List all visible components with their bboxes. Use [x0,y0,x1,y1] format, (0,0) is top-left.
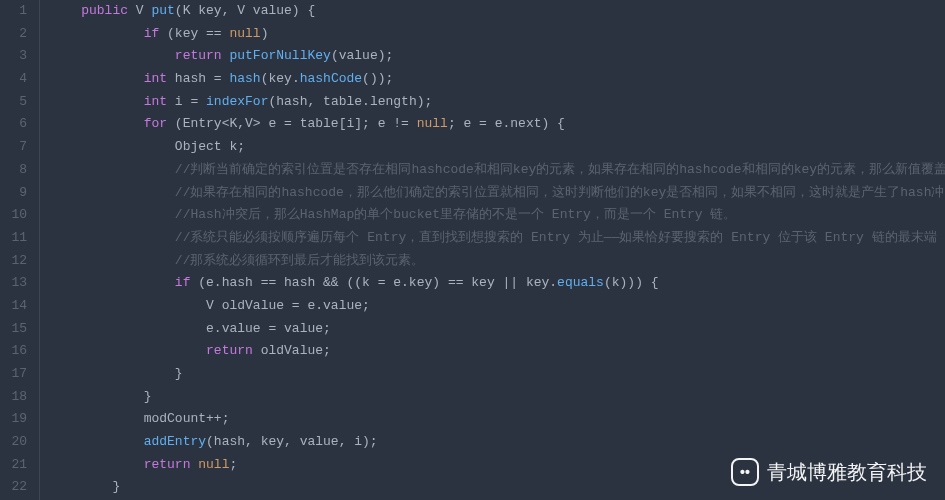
code-line: Object k; [50,136,945,159]
token-punct: (value); [331,48,393,63]
line-number: 17 [0,363,27,386]
token-punct: (hash, key, value, i); [206,434,378,449]
token-punct: (k))) { [604,275,659,290]
code-line: for (Entry<K,V> e = table[i]; e != null;… [50,113,945,136]
token-method: hash [229,71,260,86]
token-ident: modCount++; [144,411,230,426]
code-line: modCount++; [50,408,945,431]
token-method: hashCode [300,71,362,86]
line-number: 9 [0,182,27,205]
code-line: //那系统必须循环到最后才能找到该元素。 [50,250,945,273]
line-number: 7 [0,136,27,159]
code-line: int hash = hash(key.hashCode()); [50,68,945,91]
code-line: return putForNullKey(value); [50,45,945,68]
code-line: //判断当前确定的索引位置是否存在相同hashcode和相同key的元素，如果存… [50,159,945,182]
token-kw: if [175,275,191,290]
line-number: 3 [0,45,27,68]
token-ident: e.value = value; [206,321,331,336]
line-number: 11 [0,227,27,250]
line-number: 4 [0,68,27,91]
line-number: 8 [0,159,27,182]
line-number-gutter: 12345678910111213141516171819202122 [0,0,40,500]
line-number: 16 [0,340,27,363]
token-comment: //判断当前确定的索引位置是否存在相同hashcode和相同key的元素，如果存… [175,162,945,177]
token-ident: V oldValue = e.value; [206,298,370,313]
token-punct: (key. [261,71,300,86]
token-punct: ; e = e.next) { [448,116,565,131]
code-line: V oldValue = e.value; [50,295,945,318]
token-comment: //Hash冲突后，那么HashMap的单个bucket里存储的不是一个 Ent… [175,207,737,222]
token-punct: ) [261,26,269,41]
token-kw: return [206,343,253,358]
token-method: putForNullKey [229,48,330,63]
line-number: 12 [0,250,27,273]
watermark-text: 青城博雅教育科技 [767,461,927,484]
line-number: 20 [0,431,27,454]
line-number: 15 [0,318,27,341]
code-line: if (e.hash == hash && ((k = e.key) == ke… [50,272,945,295]
token-punct: (key == [159,26,229,41]
token-kw: public [81,3,128,18]
line-number: 5 [0,91,27,114]
token-punct: (e.hash == hash && ((k = e.key) == key |… [190,275,557,290]
line-number: 10 [0,204,27,227]
code-editor: 12345678910111213141516171819202122 publ… [0,0,945,500]
line-number: 22 [0,476,27,499]
line-number: 21 [0,454,27,477]
token-null: null [229,26,260,41]
code-line: //系统只能必须按顺序遍历每个 Entry，直到找到想搜索的 Entry 为止—… [50,227,945,250]
code-area: public V put(K key, V value) { if (key =… [40,0,945,500]
token-null: null [417,116,448,131]
code-line: //Hash冲突后，那么HashMap的单个bucket里存储的不是一个 Ent… [50,204,945,227]
token-method: addEntry [144,434,206,449]
token-punct: i = [167,94,206,109]
token-ident: Object k; [175,139,245,154]
line-number: 18 [0,386,27,409]
code-line: //如果存在相同的hashcode，那么他们确定的索引位置就相同，这时判断他们的… [50,182,945,205]
code-line: if (key == null) [50,23,945,46]
token-kw: return [175,48,222,63]
wechat-icon: •• [731,458,759,486]
token-punct: hash = [167,71,229,86]
code-line: int i = indexFor(hash, table.length); [50,91,945,114]
token-type: int [144,71,167,86]
line-number: 19 [0,408,27,431]
token-punct: ; [229,457,237,472]
line-number: 14 [0,295,27,318]
token-punct: (hash, table.length); [268,94,432,109]
token-punct: ()); [362,71,393,86]
token-type: int [144,94,167,109]
line-number: 1 [0,0,27,23]
token-method: put [151,3,174,18]
token-ident: oldValue; [253,343,331,358]
code-line: } [50,386,945,409]
token-punct: } [144,389,152,404]
token-punct: (Entry<K,V> e = table[i]; e != [167,116,417,131]
token-punct: } [175,366,183,381]
token-kw: return [144,457,191,472]
token-punct: (K key, V value) { [175,3,315,18]
line-number: 13 [0,272,27,295]
code-line: e.value = value; [50,318,945,341]
line-number: 6 [0,113,27,136]
code-line: addEntry(hash, key, value, i); [50,431,945,454]
watermark: •• 青城博雅教育科技 [731,458,927,486]
token-ident: V [128,3,151,18]
token-null: null [198,457,229,472]
token-method: indexFor [206,94,268,109]
line-number: 2 [0,23,27,46]
token-punct: } [112,479,120,494]
code-line: return oldValue; [50,340,945,363]
code-line: public V put(K key, V value) { [50,0,945,23]
token-comment: //如果存在相同的hashcode，那么他们确定的索引位置就相同，这时判断他们的… [175,185,945,200]
token-comment: //那系统必须循环到最后才能找到该元素。 [175,253,425,268]
token-kw: for [144,116,167,131]
token-kw: if [144,26,160,41]
token-comment: //系统只能必须按顺序遍历每个 Entry，直到找到想搜索的 Entry 为止—… [175,230,945,245]
code-line: } [50,363,945,386]
token-method: equals [557,275,604,290]
